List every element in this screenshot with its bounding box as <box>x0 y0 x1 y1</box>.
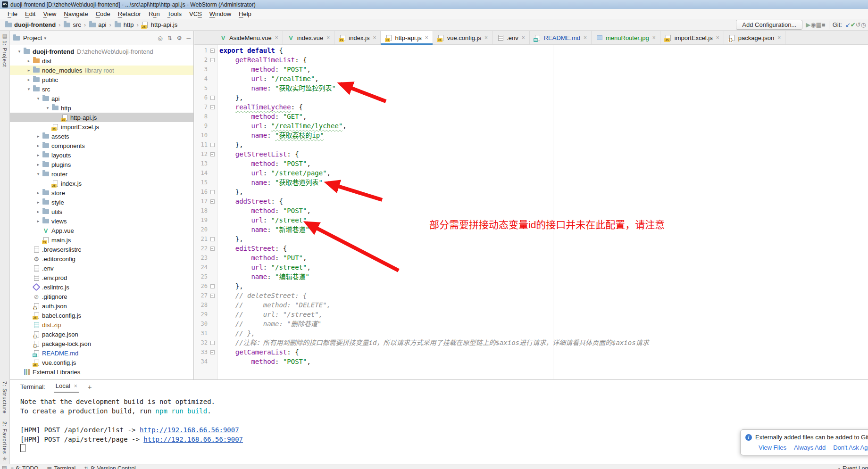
tree-item-.editorconfig[interactable]: ⚙.editorconfig <box>10 254 193 263</box>
editor-tab-vue.config.js[interactable]: vue.config.js× <box>433 31 492 44</box>
close-icon[interactable]: × <box>777 34 781 41</box>
tree-item-src[interactable]: ▾src <box>10 84 193 94</box>
fold-marker[interactable]: − <box>208 294 217 298</box>
menu-item-window[interactable]: Window <box>206 9 235 19</box>
menu-item-code[interactable]: Code <box>92 9 114 19</box>
tree-item-http[interactable]: ▾http <box>10 103 193 113</box>
breadcrumb-item-http-api.js[interactable]: http-api.js <box>141 21 178 29</box>
tree-item-style[interactable]: ▸style <box>10 197 193 207</box>
debug-icon[interactable]: ◉ <box>810 21 816 28</box>
settings-icon[interactable]: ⚙ <box>177 35 182 41</box>
history-icon[interactable]: ◷ <box>861 21 866 28</box>
close-icon[interactable]: × <box>484 34 488 41</box>
tree-item-vue.config.js[interactable]: vue.config.js <box>10 358 193 367</box>
chevron-right-icon[interactable]: ▸ <box>25 77 33 82</box>
breadcrumb-item-api[interactable]: api <box>88 21 107 29</box>
status-terminal[interactable]: ▦Terminal <box>47 465 75 469</box>
tree-item-.eslintrc.js[interactable]: .eslintrc.js <box>10 282 193 292</box>
tree-item-importExcel.js[interactable]: importExcel.js <box>10 122 193 132</box>
menu-item-navigate[interactable]: Navigate <box>60 9 92 19</box>
fold-marker[interactable]: − <box>208 247 217 251</box>
stop-icon[interactable]: ■ <box>822 21 826 28</box>
locate-icon[interactable]: ◎ <box>158 35 162 41</box>
fold-marker[interactable]: − <box>208 105 217 109</box>
tool-button-project[interactable]: ▤1: Project <box>0 33 9 67</box>
fold-marker[interactable] <box>208 143 217 147</box>
status-event-log[interactable]: ▪Event Log <box>838 465 868 469</box>
chevron-right-icon[interactable]: ▸ <box>34 209 42 214</box>
tree-item-auth.json[interactable]: auth.json <box>10 301 193 311</box>
breadcrumb-item-http[interactable]: http <box>113 21 135 29</box>
tree-item-.browserslistrc[interactable]: .browserslistrc <box>10 245 193 254</box>
tree-item-api[interactable]: ▾api <box>10 94 193 103</box>
tree-item-package.json[interactable]: package.json <box>10 329 193 339</box>
terminal-output[interactable]: Note that the development build is not o… <box>10 397 868 464</box>
close-icon[interactable]: × <box>74 383 77 389</box>
close-icon[interactable]: × <box>373 34 376 41</box>
menu-item-help[interactable]: Help <box>235 9 255 19</box>
fold-marker[interactable]: − <box>208 152 217 156</box>
new-terminal-button[interactable]: + <box>88 383 92 391</box>
editor-tab-README.md[interactable]: README.md× <box>530 31 592 44</box>
close-icon[interactable]: × <box>716 34 719 41</box>
coverage-icon[interactable]: ▦ <box>816 21 822 28</box>
chevron-right-icon[interactable]: ▸ <box>34 190 42 195</box>
menu-item-file[interactable]: File <box>4 9 21 19</box>
commit-icon[interactable]: ✔ <box>851 21 856 28</box>
close-icon[interactable]: × <box>652 34 656 41</box>
editor-tab-index.vue[interactable]: Vindex.vue× <box>283 31 335 44</box>
menu-item-view[interactable]: View <box>39 9 60 19</box>
tree-item-node_modules[interactable]: ▸node_moduleslibrary root <box>10 66 193 75</box>
menu-item-tools[interactable]: Tools <box>164 9 185 19</box>
breadcrumb-item-duoji-frontend[interactable]: duoji-frontend <box>4 21 57 29</box>
terminal-tab-local[interactable]: Local × <box>54 380 79 393</box>
tree-item-.gitignore[interactable]: ⊘.gitignore <box>10 292 193 301</box>
menu-item-edit[interactable]: Edit <box>21 9 39 19</box>
tree-item-views[interactable]: ▸views <box>10 216 193 226</box>
menu-item-refactor[interactable]: Refactor <box>114 9 145 19</box>
fold-marker[interactable]: − <box>208 49 217 53</box>
tree-item-External Libraries[interactable]: External Libraries <box>10 367 193 377</box>
run-icon[interactable]: ▶ <box>806 21 810 28</box>
tree-item-public[interactable]: ▸public <box>10 75 193 84</box>
chevron-right-icon[interactable]: ▸ <box>25 68 33 73</box>
tree-item-main.js[interactable]: main.js <box>10 235 193 245</box>
fold-marker[interactable] <box>208 96 217 100</box>
tree-item-dist.zip[interactable]: dist.zip <box>10 320 193 329</box>
tool-button-structure[interactable]: 7: Structure <box>2 381 8 414</box>
chevron-right-icon[interactable]: ▸ <box>34 200 42 205</box>
chevron-right-icon[interactable]: ▸ <box>34 219 42 223</box>
tree-item-store[interactable]: ▸store <box>10 188 193 197</box>
chevron-down-icon[interactable]: ▾ <box>34 172 42 176</box>
fold-marker[interactable]: − <box>208 58 217 62</box>
update-project-icon[interactable]: ↙ <box>845 21 851 28</box>
close-icon[interactable]: × <box>425 34 428 41</box>
close-icon[interactable]: × <box>584 34 587 41</box>
notification-action-view-files[interactable]: View Files <box>759 444 786 451</box>
tree-item-index.js[interactable]: index.js <box>10 179 193 188</box>
tool-windows-toggle-icon[interactable]: ▤ <box>2 465 7 469</box>
tree-item-utils[interactable]: ▸utils <box>10 207 193 216</box>
breadcrumb-item-src[interactable]: src <box>62 21 82 29</box>
fold-marker[interactable] <box>208 190 217 194</box>
add-configuration-button[interactable]: Add Configuration... <box>736 20 802 30</box>
tree-item-dist[interactable]: ▸dist <box>10 56 193 66</box>
close-icon[interactable]: × <box>275 34 278 41</box>
code-editor[interactable]: 1−export default {2− getRealTimeList: {3… <box>194 45 868 379</box>
tree-item-layouts[interactable]: ▸layouts <box>10 150 193 160</box>
editor-tab-importExcel.js[interactable]: importExcel.js× <box>660 31 724 44</box>
tree-item-components[interactable]: ▸components <box>10 141 193 150</box>
tree-item-README.md[interactable]: README.md <box>10 348 193 358</box>
chevron-right-icon[interactable]: ▸ <box>25 58 33 63</box>
tree-item-duoji-frontend[interactable]: ▾duoji-frontendD:\zheheWeb\duoji-fronten… <box>10 47 193 56</box>
chevron-right-icon[interactable]: ▸ <box>34 153 42 157</box>
terminal-link[interactable]: http://192.168.66.56:9007 <box>140 426 239 434</box>
menu-item-run[interactable]: Run <box>145 9 164 19</box>
chevron-down-icon[interactable]: ▾ <box>34 96 42 101</box>
tree-item-plugins[interactable]: ▸plugins <box>10 160 193 169</box>
tree-item-.env[interactable]: .env <box>10 263 193 273</box>
editor-tab-index.js[interactable]: index.js× <box>334 31 381 44</box>
editor-tab-AsideMenu.vue[interactable]: VAsideMenu.vue× <box>215 31 283 44</box>
tree-item-assets[interactable]: ▸assets <box>10 132 193 141</box>
project-view-selector[interactable]: Project ▾ <box>13 34 46 42</box>
